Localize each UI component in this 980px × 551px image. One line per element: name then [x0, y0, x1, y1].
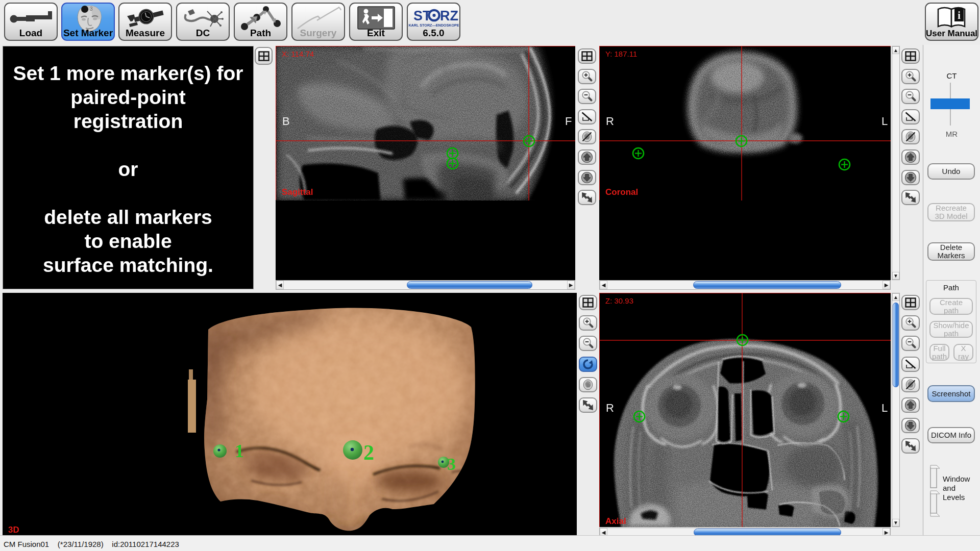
svg-text:3: 3 [90, 6, 93, 12]
svg-text:i: i [958, 10, 961, 21]
svg-text:KARL STORZ—ENDOSKOPE: KARL STORZ—ENDOSKOPE [408, 23, 459, 28]
svg-text:1: 1 [235, 441, 244, 461]
svg-text:3: 3 [447, 455, 456, 473]
svg-text:RZ: RZ [440, 8, 458, 23]
svg-text:2: 2 [363, 441, 374, 464]
